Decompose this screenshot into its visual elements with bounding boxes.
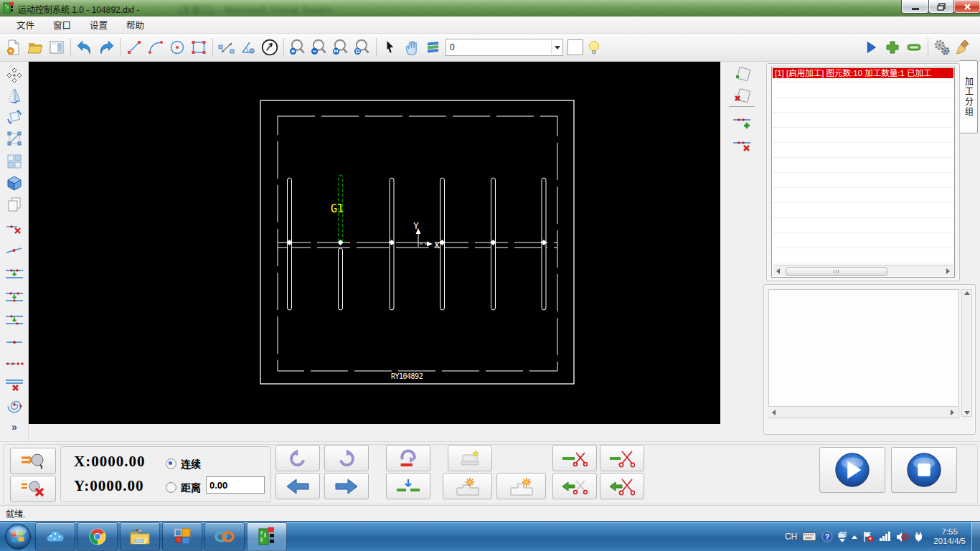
tab-process-groups[interactable]: 加工分组 xyxy=(960,60,978,133)
scroll-down-arrow[interactable] xyxy=(964,411,970,415)
add-group-button[interactable] xyxy=(732,65,753,86)
select-cursor-button[interactable] xyxy=(380,37,401,58)
insert-point-button[interactable] xyxy=(5,241,24,260)
window-view-button[interactable] xyxy=(46,37,67,58)
action-center-flag-icon[interactable] xyxy=(862,531,874,542)
zoom-in-button[interactable] xyxy=(287,37,308,58)
line-tool-button[interactable] xyxy=(123,37,145,58)
jog-right-button[interactable] xyxy=(324,473,369,499)
merge-lines-2-button[interactable] xyxy=(5,288,24,307)
rotate-stop-button[interactable] xyxy=(386,445,430,471)
vertical-scrollbar[interactable] xyxy=(961,289,972,417)
track-delete-button[interactable] xyxy=(732,135,753,156)
spark-test-1-button[interactable] xyxy=(443,473,492,499)
zoom-out-button[interactable] xyxy=(308,37,330,58)
process-group-list[interactable]: [1] [启用加工] 图元数:10 加工数量:1 已加工 xyxy=(771,67,955,278)
simulate-button[interactable] xyxy=(860,37,882,58)
volume-muted-icon[interactable] xyxy=(896,532,909,542)
scroll-right-arrow[interactable] xyxy=(943,265,953,276)
zoom-window-button[interactable] xyxy=(352,37,373,58)
mirror-button[interactable] xyxy=(5,86,24,105)
taskbar-clock[interactable]: 7:55 2014/4/5 xyxy=(933,527,966,546)
rotate-cw-button[interactable] xyxy=(324,445,369,471)
rotate-object-button[interactable] xyxy=(5,108,24,126)
laser-lamp-button[interactable] xyxy=(448,445,492,471)
angle-tool-button[interactable] xyxy=(237,37,259,58)
array-button[interactable] xyxy=(5,152,24,171)
cut-forward-solid-button[interactable] xyxy=(552,445,597,471)
scrollbar-thumb[interactable] xyxy=(786,267,887,276)
process-group-row-selected[interactable]: [1] [启用加工] 图元数:10 加工数量:1 已加工 xyxy=(773,68,953,78)
menu-settings[interactable]: 设置 xyxy=(80,16,117,34)
log-list[interactable] xyxy=(768,289,959,418)
layers-button[interactable] xyxy=(423,37,444,58)
layer-combo[interactable]: 0 xyxy=(446,39,563,56)
taskbar-app-explorer[interactable] xyxy=(120,522,160,551)
remove-button[interactable] xyxy=(903,37,925,58)
horizontal-scrollbar[interactable] xyxy=(773,265,953,276)
stop-button[interactable] xyxy=(891,447,957,493)
rect-tool-button[interactable] xyxy=(188,37,209,58)
cut-back-solid-button[interactable] xyxy=(552,473,597,499)
add-button[interactable] xyxy=(882,37,903,58)
connect-button[interactable] xyxy=(10,448,56,474)
menu-help[interactable]: 帮助 xyxy=(117,16,154,34)
language-indicator[interactable]: CH xyxy=(785,532,797,542)
merge-lines-3-button[interactable] xyxy=(5,311,24,330)
rotate-ccw-button[interactable] xyxy=(275,445,320,471)
mode-distance-option[interactable]: 距离 xyxy=(166,480,201,494)
taskbar-app-chrome[interactable] xyxy=(77,522,118,551)
arc-tool-button[interactable] xyxy=(145,37,166,58)
spark-test-2-button[interactable] xyxy=(496,473,546,499)
taskbar-app-cloud[interactable] xyxy=(35,522,75,551)
restore-button[interactable] xyxy=(928,0,954,14)
cut-back-open-button[interactable] xyxy=(600,473,644,499)
bulb-button[interactable] xyxy=(583,37,605,58)
merge-down-button[interactable] xyxy=(386,473,430,499)
open-file-button[interactable] xyxy=(24,37,46,58)
delete-group-button[interactable] xyxy=(732,86,753,108)
settings-button[interactable] xyxy=(931,37,953,58)
scroll-left-arrow[interactable] xyxy=(773,265,783,276)
merge-lines-1-button[interactable] xyxy=(5,265,24,284)
combo-dropdown-arrow[interactable] xyxy=(551,40,562,55)
scroll-up-arrow[interactable] xyxy=(964,291,970,295)
power-plug-icon[interactable] xyxy=(914,532,924,542)
taskbar-app-tiles[interactable] xyxy=(162,522,202,551)
copy-pages-button[interactable] xyxy=(5,195,24,214)
redo-button[interactable] xyxy=(95,37,117,58)
start-button[interactable] xyxy=(819,447,885,493)
measure-tool-button[interactable] xyxy=(216,37,237,58)
radio-continuous[interactable] xyxy=(166,458,176,469)
horizontal-scrollbar[interactable] xyxy=(768,406,958,418)
dotted-line-button[interactable] xyxy=(5,354,24,373)
menu-file[interactable]: 文件 xyxy=(7,16,44,34)
circle-tool-button[interactable] xyxy=(166,37,188,58)
clean-button[interactable] xyxy=(953,37,974,58)
menu-window[interactable]: 窗口 xyxy=(44,16,80,34)
move-points-button[interactable] xyxy=(5,66,24,85)
radio-distance[interactable] xyxy=(166,482,176,493)
minimize-button[interactable] xyxy=(901,0,929,14)
compass-tool-button[interactable] xyxy=(259,37,281,58)
drawing-canvas[interactable]: G1 Y X RY104892 xyxy=(29,62,720,424)
single-point-line-button[interactable] xyxy=(5,333,24,352)
color-swatch[interactable] xyxy=(567,39,583,55)
spiral-button[interactable] xyxy=(5,397,24,416)
undo-button[interactable] xyxy=(74,37,95,58)
track-add-button[interactable] xyxy=(732,112,753,133)
cut-forward-open-button[interactable] xyxy=(600,445,644,471)
delete-double-line-button[interactable] xyxy=(5,376,24,395)
mode-continuous-option[interactable]: 连续 xyxy=(166,456,201,471)
scroll-right-arrow[interactable] xyxy=(947,407,958,418)
start-button[interactable] xyxy=(3,522,33,551)
zoom-extents-button[interactable] xyxy=(330,37,352,58)
scale-object-button[interactable] xyxy=(5,129,24,148)
disconnect-button[interactable] xyxy=(10,476,56,502)
delete-segment-button[interactable] xyxy=(5,219,24,237)
close-button[interactable] xyxy=(953,0,980,14)
new-file-button[interactable] xyxy=(3,37,24,58)
pan-hand-button[interactable] xyxy=(401,37,423,58)
scroll-left-arrow[interactable] xyxy=(768,407,779,418)
show-desktop-button[interactable] xyxy=(971,522,980,551)
